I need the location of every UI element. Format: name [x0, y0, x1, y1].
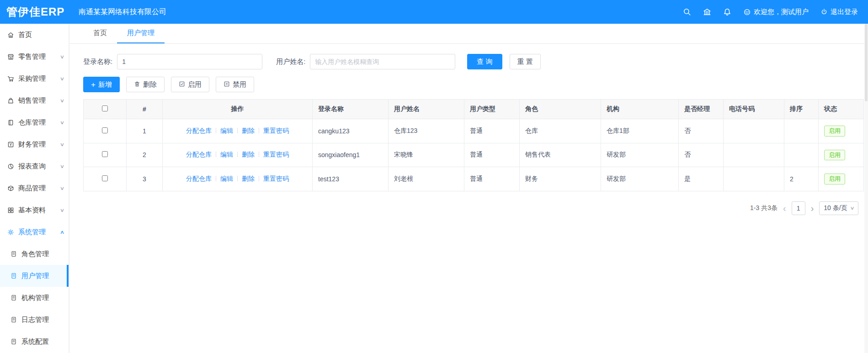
reset-button[interactable]: 重 置 [510, 54, 541, 69]
cell-phone [724, 143, 784, 167]
enable-button[interactable]: 启用 [171, 77, 209, 92]
document-icon [10, 295, 17, 301]
query-button[interactable]: 查 询 [467, 54, 502, 69]
disable-button[interactable]: 禁用 [216, 77, 254, 92]
row-checkbox[interactable] [102, 151, 108, 157]
check-square-icon [179, 81, 185, 89]
sidebar-item-retail[interactable]: 零售管理 ∨ [0, 46, 69, 68]
cell-role: 财务 [520, 167, 601, 191]
cell-manager: 否 [679, 143, 724, 167]
delete-link[interactable]: 删除 [242, 151, 255, 158]
home-bank-icon[interactable] [703, 8, 711, 16]
sidebar-item-role-mgmt[interactable]: 角色管理 [0, 243, 69, 265]
sidebar-item-system[interactable]: 系统管理 ∧ [0, 221, 69, 243]
edit-link[interactable]: 编辑 [220, 151, 233, 158]
sidebar-item-org-mgmt[interactable]: 机构管理 [0, 287, 69, 309]
page-number[interactable]: 1 [792, 201, 805, 215]
gear-icon [7, 229, 14, 236]
divider [216, 176, 216, 181]
status-badge: 启用 [824, 150, 845, 161]
enable-button-label: 启用 [188, 80, 202, 89]
delete-link[interactable]: 删除 [242, 175, 255, 182]
sidebar-item-system-config[interactable]: 系统配置 [0, 331, 69, 353]
cell-phone [724, 167, 784, 191]
cell-login: cangku123 [313, 119, 389, 143]
table-row: 2 分配仓库编辑删除重置密码 songxiaofeng1 宋晓锋 普通 销售代表… [84, 143, 864, 167]
prev-page-icon[interactable]: ‹ [783, 204, 786, 213]
scrollbar-thumb[interactable] [865, 24, 868, 101]
disable-button-label: 禁用 [233, 80, 246, 89]
sidebar-item-warehouse[interactable]: 仓库管理 ∨ [0, 111, 69, 133]
tab-home[interactable]: 首页 [83, 24, 117, 43]
sidebar-item-basic-data[interactable]: 基本资料 ∨ [0, 199, 69, 221]
col-header-role: 角色 [520, 100, 601, 119]
reset-password-link[interactable]: 重置密码 [263, 127, 289, 134]
add-button-label: 新增 [98, 80, 112, 89]
sidebar-item-reports[interactable]: 报表查询 ∨ [0, 155, 69, 177]
document-icon [10, 316, 17, 323]
pagination-total: 1-3 共3条 [750, 204, 777, 212]
trash-icon [134, 81, 140, 89]
sidebar-item-log-mgmt[interactable]: 日志管理 [0, 309, 69, 331]
search-icon[interactable] [683, 8, 691, 16]
reset-password-link[interactable]: 重置密码 [263, 175, 289, 182]
assign-warehouse-link[interactable]: 分配仓库 [186, 151, 212, 158]
sidebar-item-label: 系统管理 [18, 228, 46, 237]
chevron-down-icon: ∨ [60, 207, 64, 213]
bell-icon[interactable] [723, 8, 731, 16]
edit-link[interactable]: 编辑 [220, 175, 233, 182]
assign-warehouse-link[interactable]: 分配仓库 [186, 127, 212, 134]
sidebar-item-label: 报表查询 [18, 162, 46, 171]
cell-sort: 2 [784, 167, 819, 191]
row-index: 3 [127, 167, 163, 191]
sidebar-item-sales[interactable]: 销售管理 ∨ [0, 90, 69, 111]
reset-password-link[interactable]: 重置密码 [263, 151, 289, 158]
delete-link[interactable]: 删除 [242, 127, 255, 134]
user-welcome[interactable]: 欢迎您，测试用户 [743, 8, 809, 16]
scrollbar[interactable] [864, 24, 868, 353]
smiley-user-icon [743, 8, 751, 16]
sidebar-item-label: 基本资料 [18, 206, 46, 215]
edit-link[interactable]: 编辑 [220, 127, 233, 134]
tab-user-mgmt[interactable]: 用户管理 [117, 24, 165, 43]
finance-icon [7, 141, 14, 148]
row-checkbox[interactable] [102, 175, 108, 181]
cell-name: 仓库123 [389, 119, 464, 143]
user-name-input[interactable] [310, 54, 455, 69]
page-size-select[interactable]: 10 条/页 ∨ [819, 201, 858, 215]
row-checkbox[interactable] [102, 127, 108, 133]
sidebar-item-finance[interactable]: 财务管理 ∨ [0, 133, 69, 155]
divider [259, 176, 259, 181]
sidebar-item-user-mgmt[interactable]: 用户管理 [0, 265, 69, 287]
sidebar-item-label: 首页 [18, 31, 32, 39]
status-badge: 启用 [824, 174, 845, 184]
logout-button[interactable]: 退出登录 [820, 8, 858, 16]
login-name-input[interactable] [117, 54, 262, 69]
select-all-checkbox[interactable] [102, 105, 108, 111]
user-table: # 操作 登录名称 用户姓名 用户类型 角色 机构 是否经理 电话号码 排序 状… [83, 99, 864, 191]
user-name-label: 用户姓名: [276, 58, 305, 66]
next-page-icon[interactable]: › [811, 204, 814, 213]
plus-icon: + [91, 81, 96, 89]
col-header-phone: 电话号码 [724, 100, 784, 119]
sidebar-item-goods[interactable]: 商品管理 ∨ [0, 177, 69, 199]
store-icon [7, 53, 14, 60]
grid-icon [7, 207, 14, 214]
sidebar-item-label: 系统配置 [21, 337, 49, 346]
delete-button[interactable]: 删除 [126, 77, 165, 92]
cell-name: 刘老根 [389, 167, 464, 191]
table-row: 3 分配仓库编辑删除重置密码 test123 刘老根 普通 财务 研发部 是 2… [84, 167, 864, 191]
company-name: 南通某某网络科技有限公司 [79, 7, 166, 17]
sidebar-item-home[interactable]: 首页 [0, 24, 69, 46]
add-button[interactable]: + 新增 [83, 77, 120, 92]
divider [237, 176, 238, 181]
sidebar-item-label: 用户管理 [21, 272, 49, 280]
assign-warehouse-link[interactable]: 分配仓库 [186, 175, 212, 182]
cell-phone [724, 119, 784, 143]
pagination: 1-3 共3条 ‹ 1 › 10 条/页 ∨ [83, 201, 861, 215]
cell-sort [784, 119, 819, 143]
chevron-down-icon: ∨ [60, 120, 64, 126]
sidebar-item-purchase[interactable]: 采购管理 ∨ [0, 68, 69, 90]
logout-label: 退出登录 [831, 8, 858, 16]
sidebar-item-label: 采购管理 [18, 74, 46, 83]
